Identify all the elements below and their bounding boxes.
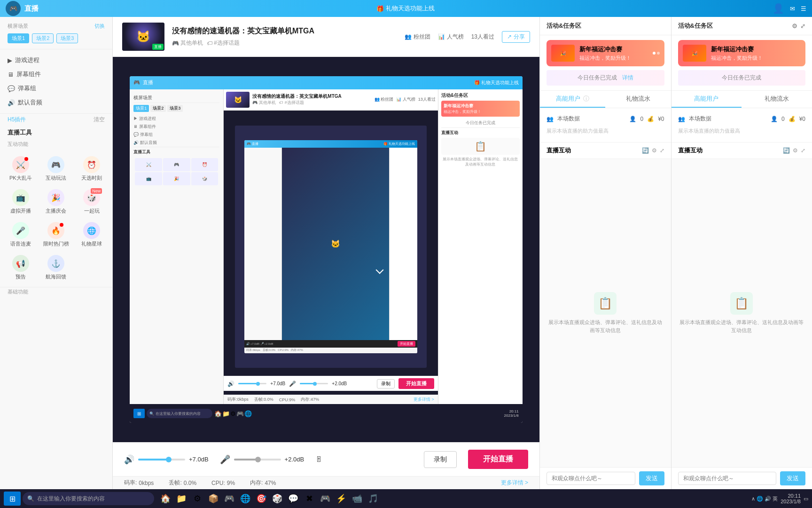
app-xbox[interactable]: 🎮	[318, 491, 333, 506]
left-sidebar: 横屏场景 切换 场景1 场景2 场景3 ▶ 游戏进程 🖥 屏幕组件 💬 弹幕组	[0, 17, 113, 489]
sidebar-item-progress[interactable]: ▶ 游戏进程	[0, 53, 112, 67]
app-package[interactable]: 📦	[206, 491, 221, 506]
nc-record-btn[interactable]: 录制	[377, 379, 395, 389]
settings-icon[interactable]: ⚙	[652, 147, 657, 154]
live-badge: 直播	[152, 44, 164, 50]
expand2-icon[interactable]: ⤢	[800, 23, 805, 30]
tool-together[interactable]: 🎲 New 一起玩	[75, 186, 109, 217]
secondary-tab-high-energy[interactable]: 高能用户	[671, 91, 742, 108]
tool-voice[interactable]: 🎤 语音连麦	[4, 219, 38, 250]
nt-apps: 🏠 📁 ⚙ 🎮 🌐	[214, 410, 252, 417]
start-live-button[interactable]: 开始直播	[468, 450, 528, 469]
app-browser[interactable]: 🌐	[238, 491, 253, 506]
app-settings[interactable]: ⚙	[190, 491, 205, 506]
clock-date: 2023/1/8	[781, 499, 801, 504]
nr-live-interactive: 直播互动	[441, 130, 520, 136]
mic-fill	[234, 459, 257, 460]
nested-more-details[interactable]: 更多详情 >	[414, 397, 434, 403]
scene-btn-1[interactable]: 场景1	[8, 33, 29, 43]
refresh-icon[interactable]: 🔄	[642, 147, 649, 154]
scene-btn-2[interactable]: 场景2	[32, 33, 54, 43]
sidebar-item-audio[interactable]: 🔊 默认音频	[0, 95, 112, 110]
app-obs[interactable]: 📹	[350, 491, 365, 506]
volume-thumb[interactable]	[166, 457, 172, 462]
settings2-icon[interactable]: ⚙	[792, 23, 797, 30]
tray-vol-icon: 🔊	[765, 496, 771, 502]
record-button[interactable]: 录制	[424, 451, 457, 468]
secondary-promo-img: 🎉	[683, 45, 706, 62]
tab-high-energy[interactable]: 高能用户 ⓘ	[540, 91, 605, 108]
send-button[interactable]: 发送	[639, 471, 664, 485]
start-button[interactable]: ⊞	[4, 492, 21, 506]
tool-gift-planet[interactable]: 🌐 礼物星球	[75, 219, 109, 250]
share-button[interactable]: ↗ 分享	[502, 31, 530, 43]
clear-btn[interactable]: 清空	[94, 116, 105, 124]
mic-thumb[interactable]	[255, 457, 261, 462]
show-desktop-icon[interactable]: ▭	[804, 496, 808, 502]
tool-interactive[interactable]: 🎮 互动玩法	[39, 153, 73, 184]
mic-slider[interactable]	[234, 459, 281, 460]
sec-expand-icon[interactable]: ⤢	[801, 147, 805, 154]
stream-title: 没有感情的速通机器：英文宝藏单机MTGA	[172, 26, 397, 36]
tool-tianshou[interactable]: ⏰ 天选时刻	[75, 153, 109, 184]
tool-hot[interactable]: 🔥 限时热门榜	[39, 219, 73, 250]
right-panel-main: 活动&任务区 🎉 新年福运冲击赛 福运冲击，奖励升级！ 今日任务	[540, 17, 671, 489]
volume-slider[interactable]	[138, 459, 185, 460]
sec-refresh-icon[interactable]: 🔄	[783, 147, 790, 154]
tag-2: 🏷 #选择话题	[207, 39, 240, 47]
sidebar-item-overlay[interactable]: 🖥 屏幕组件	[0, 67, 112, 81]
more-details-link[interactable]: 更多详情 >	[501, 479, 528, 487]
app-wechat[interactable]: 💬	[286, 491, 301, 506]
details-link[interactable]: 详情	[622, 74, 633, 81]
taskbar-tray: ∧ 🌐 🔊 英	[751, 495, 778, 502]
danmaku-icon: 💬	[8, 85, 15, 92]
sec-settings-icon[interactable]: ⚙	[793, 147, 798, 154]
banner-dots	[653, 52, 660, 55]
switch-btn[interactable]: 切换	[94, 23, 105, 30]
tray-up-icon[interactable]: ∧	[751, 496, 755, 502]
stream-tags: 🎮 其他单机 🏷 #选择话题	[172, 39, 397, 47]
scene-section: 横屏场景 切换 场景1 场景2 场景3	[0, 17, 112, 49]
scene-row: 场景1 场景2 场景3	[0, 32, 112, 45]
nt-app-5: 🌐	[244, 410, 252, 417]
tag-icon-2: 🏷	[207, 40, 212, 47]
app-epic[interactable]: 🎲	[270, 491, 285, 506]
app-tts[interactable]: 🎵	[366, 491, 381, 506]
sidebar-item-danmaku[interactable]: 💬 弹幕组	[0, 81, 112, 95]
tool-party[interactable]: 🎉 主播庆会	[39, 186, 73, 217]
tag-icon-1: 🎮	[172, 40, 179, 47]
tool-virtual[interactable]: 📺 虚拟开播	[4, 186, 38, 217]
app-thunder[interactable]: ⚡	[334, 491, 349, 506]
expand-icon[interactable]: ⤢	[660, 147, 664, 154]
nc-start-btn[interactable]: 开始直播	[398, 378, 434, 389]
nr-promo: 新年福运冲击赛 福运冲击，奖励升级！	[441, 101, 520, 117]
mail-icon[interactable]: ✉	[790, 5, 795, 12]
nc-vol-db: +7.0dB	[270, 381, 285, 386]
eq-icon[interactable]: 🎚	[315, 455, 323, 464]
tool-pk[interactable]: ⚔️ PK大乱斗	[4, 153, 38, 184]
nested-right: 活动&任务区 新年福运冲击赛 福运冲击，奖励升级！ 今日任务已完成 直播互动 📋…	[438, 89, 523, 404]
secondary-interactive-section: 📋 展示本场直播观众进场、弹幕评论、送礼信息及动画等互动信息	[671, 159, 812, 467]
tool-preview[interactable]: 📢 预告	[4, 252, 38, 283]
nt-search: 🔍 在这里输入你要搜索的内容	[147, 409, 212, 418]
nl-2: 🖥 屏幕组件	[133, 123, 219, 131]
nr-title: 活动&任务区	[441, 92, 520, 99]
app-steam[interactable]: 🎮	[222, 491, 237, 506]
app-edge[interactable]: 🎯	[254, 491, 269, 506]
interactive-description: 展示本场直播观众进场、弹幕评论、送礼信息及动画等互动信息	[547, 318, 664, 334]
taskbar-search[interactable]: 🔍 在这里输入你要搜索的内容	[23, 492, 154, 505]
secondary-send-button[interactable]: 发送	[780, 471, 805, 485]
tab-gift-flow[interactable]: 礼物流水	[605, 91, 671, 108]
h5-tab[interactable]: H5插件	[8, 116, 26, 124]
secondary-chat-input[interactable]	[678, 472, 776, 485]
fans-icon: 👥	[405, 33, 412, 40]
menu-icon[interactable]: ☰	[801, 5, 806, 12]
app-x[interactable]: ✖	[302, 491, 317, 506]
tool-nav[interactable]: ⚓ 航海回馈	[39, 252, 73, 283]
scene-btn-3[interactable]: 场景3	[56, 33, 78, 43]
mic-db: +2.0dB	[285, 456, 304, 463]
chat-input[interactable]	[547, 472, 635, 485]
secondary-tab-gift[interactable]: 礼物流水	[742, 91, 812, 108]
app-home[interactable]: 🏠	[158, 491, 173, 506]
app-explorer[interactable]: 📁	[174, 491, 189, 506]
